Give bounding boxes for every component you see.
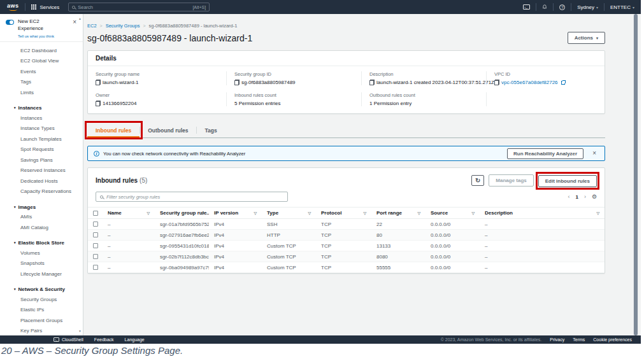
sidebar-item-ec2-dashboard[interactable]: EC2 Dashboard bbox=[0, 46, 83, 57]
new-experience-subtitle[interactable]: Tell us what you think bbox=[18, 34, 78, 38]
sidebar-item-capacity-reservations[interactable]: Capacity Reservations bbox=[0, 187, 83, 197]
column-header-type[interactable]: ▽Type bbox=[262, 208, 316, 219]
detail-value-text[interactable]: vpc-055e67a08def82726 bbox=[501, 80, 558, 85]
sidebar-item-volumes[interactable]: Volumes bbox=[0, 248, 83, 259]
checkbox[interactable] bbox=[93, 265, 98, 270]
sidebar-item-savings-plans[interactable]: Savings Plans bbox=[0, 155, 83, 166]
column-header-source[interactable]: ▽Source bbox=[426, 208, 480, 219]
filter-box[interactable] bbox=[96, 192, 288, 202]
sidebar-item-elastic-ips[interactable]: Elastic IPs bbox=[0, 305, 83, 316]
column-header-port-range[interactable]: ▽Port range bbox=[371, 208, 426, 219]
search-icon bbox=[100, 195, 103, 199]
select-all-header[interactable] bbox=[88, 208, 103, 219]
row-select-cell[interactable] bbox=[88, 262, 103, 273]
sidebar-item-instances[interactable]: Instances bbox=[0, 113, 83, 124]
row-select-cell[interactable] bbox=[88, 241, 103, 251]
table-row[interactable]: –sgr-0955431d10fc0188dIPv4Custom TCPTCP1… bbox=[88, 241, 605, 251]
cloudshell-footer-button[interactable]: ›_ CloudShell bbox=[54, 337, 83, 342]
page-next-icon[interactable]: › bbox=[584, 194, 586, 200]
terms-link[interactable]: Terms bbox=[573, 337, 585, 342]
sidebar-item-snapshots[interactable]: Snapshots bbox=[0, 258, 83, 269]
sidebar-item-tags[interactable]: Tags bbox=[0, 77, 83, 88]
gear-icon[interactable]: ⚙ bbox=[592, 194, 597, 200]
sidebar-section-instances[interactable]: ▾Instances bbox=[0, 102, 83, 113]
copy-icon[interactable] bbox=[234, 80, 240, 85]
column-header-ip-version[interactable]: ▽IP version bbox=[209, 208, 262, 219]
services-menu[interactable]: Services bbox=[31, 4, 60, 10]
row-select-cell[interactable] bbox=[88, 251, 103, 262]
help-button[interactable]: ? bbox=[559, 4, 565, 10]
global-search[interactable]: [Alt+S] bbox=[68, 3, 210, 11]
checkbox[interactable] bbox=[93, 211, 98, 216]
sidebar-item-reserved-instances[interactable]: Reserved Instances bbox=[0, 165, 83, 176]
feedback-button[interactable]: Feedback bbox=[94, 337, 114, 342]
checkbox[interactable] bbox=[93, 243, 98, 248]
column-header-name[interactable]: ▽Name bbox=[103, 208, 155, 219]
checkbox[interactable] bbox=[93, 254, 98, 259]
pagination: ‹ 1 › ⚙ bbox=[568, 194, 597, 200]
page-number[interactable]: 1 bbox=[575, 194, 578, 200]
sidebar-section-network-security[interactable]: ▾Network & Security bbox=[0, 284, 83, 295]
language-button[interactable]: Language bbox=[125, 337, 145, 342]
sidebar-item-security-groups[interactable]: Security Groups bbox=[0, 295, 83, 306]
table-row[interactable]: –sgr-0ba094989a97c79...IPv4Custom TCPTCP… bbox=[88, 262, 605, 273]
notifications-button[interactable] bbox=[542, 4, 547, 10]
copy-icon[interactable] bbox=[96, 80, 101, 85]
cloudshell-button[interactable]: ›_ bbox=[523, 4, 530, 10]
sidebar-item-amis[interactable]: AMIs bbox=[0, 212, 83, 223]
sidebar-item-launch-templates[interactable]: Launch Templates bbox=[0, 134, 83, 145]
manage-tags-button[interactable]: Manage tags bbox=[489, 174, 533, 187]
cell: 0.0.0.0/0 bbox=[426, 262, 480, 273]
sidebar-item-dedicated-hosts[interactable]: Dedicated Hosts bbox=[0, 176, 83, 187]
page-prev-icon[interactable]: ‹ bbox=[568, 194, 569, 200]
column-header-security-group-rule[interactable]: ▽Security group rule... bbox=[155, 208, 209, 219]
sidebar-item-spot-requests[interactable]: Spot Requests bbox=[0, 144, 83, 155]
sidebar-item-placement-groups[interactable]: Placement Groups bbox=[0, 316, 83, 327]
sidebar-item-ami-catalog[interactable]: AMI Catalog bbox=[0, 223, 83, 234]
filter-input[interactable] bbox=[106, 194, 283, 200]
detail-value: 1 Permission entry bbox=[369, 101, 480, 106]
actions-button[interactable]: Actions ▾ bbox=[568, 32, 605, 44]
run-reachability-analyzer-button[interactable]: Run Reachability Analyzer bbox=[507, 148, 583, 159]
row-select-cell[interactable] bbox=[88, 219, 103, 230]
scrollbar-thumb[interactable] bbox=[634, 14, 638, 335]
tab-tags[interactable]: Tags bbox=[196, 123, 225, 137]
edit-inbound-rules-button[interactable]: Edit inbound rules bbox=[538, 175, 597, 187]
sidebar-item-limits[interactable]: Limits bbox=[0, 88, 83, 99]
tab-outbound-rules[interactable]: Outbound rules bbox=[140, 123, 196, 137]
table-row[interactable]: –sgr-027916ae7fb6ee2c4IPv4HTTPTCP800.0.0… bbox=[88, 230, 605, 241]
sidebar-item-instance-types[interactable]: Instance Types bbox=[0, 123, 83, 134]
sidebar-item-events[interactable]: Events bbox=[0, 67, 83, 78]
checkbox[interactable] bbox=[93, 222, 98, 227]
close-icon[interactable]: × bbox=[73, 19, 76, 25]
copy-icon[interactable] bbox=[369, 80, 375, 85]
banner-close-icon[interactable]: × bbox=[592, 150, 596, 157]
region-selector[interactable]: Sydney ▾ bbox=[577, 4, 598, 10]
search-input[interactable] bbox=[78, 4, 190, 10]
breadcrumb-item-security-groups[interactable]: Security Groups bbox=[106, 23, 140, 29]
sidebar-scroll-up-icon[interactable]: ▲ bbox=[78, 17, 82, 20]
copy-icon[interactable] bbox=[96, 101, 101, 106]
cookie-preferences-link[interactable]: Cookie preferences bbox=[593, 337, 632, 342]
aws-logo[interactable]: aws bbox=[7, 3, 19, 11]
table-row[interactable]: –sgr-01a7bfd9565b7522aIPv4SSHTCP220.0.0.… bbox=[88, 219, 605, 230]
tab-inbound-rules[interactable]: Inbound rules bbox=[87, 123, 140, 137]
table-row[interactable]: –sgr-02b7f112c8db3bc2bIPv4Custom TCPTCP8… bbox=[88, 251, 605, 262]
column-header-protocol[interactable]: ▽Protocol bbox=[316, 208, 371, 219]
sidebar-item-ec2-global-view[interactable]: EC2 Global View bbox=[0, 56, 83, 67]
row-select-cell[interactable] bbox=[88, 230, 103, 241]
sidebar-section-images[interactable]: ▾Images bbox=[0, 202, 83, 213]
privacy-link[interactable]: Privacy bbox=[550, 337, 564, 342]
vertical-scrollbar[interactable] bbox=[633, 14, 638, 335]
copy-icon[interactable] bbox=[494, 80, 499, 85]
account-menu[interactable]: ENTTEC ▾ bbox=[610, 4, 634, 10]
sidebar-item-lifecycle-manager[interactable]: Lifecycle Manager bbox=[0, 269, 83, 280]
new-experience-toggle[interactable] bbox=[6, 20, 14, 25]
breadcrumb-item-ec2[interactable]: EC2 bbox=[87, 23, 97, 29]
sidebar-section-elastic-block-store[interactable]: ▾Elastic Block Store bbox=[0, 237, 83, 248]
sidebar-scroll-down-icon[interactable]: ▼ bbox=[78, 329, 82, 333]
column-header-description[interactable]: ▽Description bbox=[480, 208, 605, 219]
sidebar-item-key-pairs[interactable]: Key Pairs bbox=[0, 326, 83, 335]
refresh-button[interactable]: ↻ bbox=[471, 175, 484, 186]
checkbox[interactable] bbox=[93, 232, 98, 237]
